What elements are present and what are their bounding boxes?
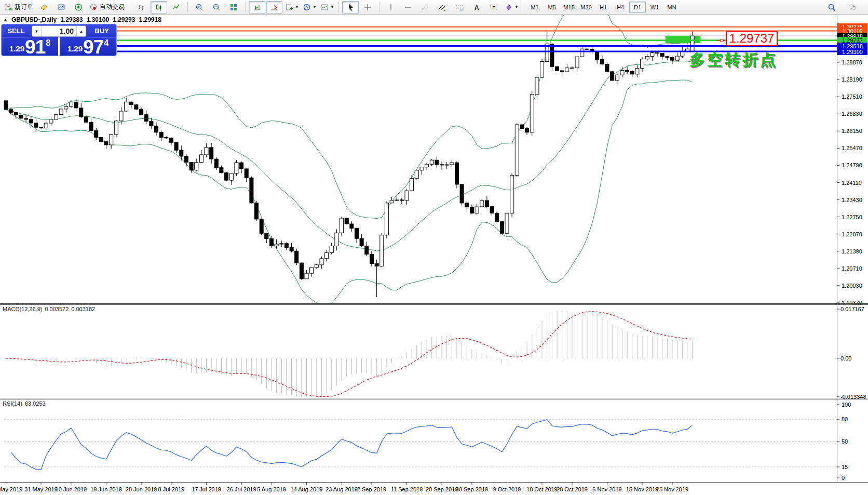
text-label-button[interactable]: T: [485, 1, 502, 14]
tab-timeframe-m5[interactable]: M5: [544, 2, 560, 13]
template-icon: [320, 3, 329, 11]
svg-text:28 Jun 2019: 28 Jun 2019: [126, 486, 157, 492]
price-level-tag: 1.29300: [837, 48, 867, 55]
auto-scroll-button[interactable]: [249, 1, 265, 14]
tab-timeframe-m30[interactable]: M30: [578, 2, 594, 13]
volume-input[interactable]: 1.00: [42, 26, 76, 36]
dropdown-arrow-icon: ▾: [331, 5, 333, 9]
autoscroll-icon: [253, 3, 261, 11]
trendline-button[interactable]: [417, 1, 433, 14]
volume-decrease-button[interactable]: ▾: [32, 26, 42, 36]
svg-text:22 May 2019: 22 May 2019: [0, 486, 22, 492]
svg-text:2 Sep 2019: 2 Sep 2019: [357, 486, 386, 492]
svg-text:0.00: 0.00: [840, 355, 851, 362]
terminal-button[interactable]: [53, 1, 70, 14]
shapes-icon: [505, 3, 513, 11]
svg-text:1.20030: 1.20030: [842, 283, 862, 289]
open-value: 1.29383: [60, 16, 83, 23]
tiles-icon: [229, 3, 238, 11]
svg-text:14 Aug 2019: 14 Aug 2019: [291, 486, 323, 492]
tab-timeframe-w1[interactable]: W1: [646, 2, 663, 13]
volume-increase-button[interactable]: ▴: [76, 26, 86, 36]
hline-icon: [404, 3, 412, 11]
buy-price-display[interactable]: 1.29 97 4: [60, 37, 116, 56]
sell-button[interactable]: SELL: [2, 24, 31, 37]
crosshair-button[interactable]: [359, 1, 376, 14]
search-button[interactable]: [823, 1, 840, 14]
tab-timeframe-m15[interactable]: M15: [561, 2, 577, 13]
channel-button[interactable]: E: [434, 1, 451, 14]
svg-text:5 Aug 2019: 5 Aug 2019: [257, 486, 286, 492]
svg-text:1.20710: 1.20710: [842, 265, 862, 272]
strategy-tester-button[interactable]: [70, 1, 87, 14]
bar-chart-button[interactable]: [133, 1, 150, 14]
svg-text:17 Jul 2019: 17 Jul 2019: [192, 486, 221, 492]
svg-text:50: 50: [842, 438, 848, 445]
svg-text:10 Jun 2019: 10 Jun 2019: [56, 486, 87, 492]
svg-text:1.26150: 1.26150: [842, 128, 862, 134]
volume-stepper[interactable]: ▾ 1.00 ▴: [32, 25, 86, 37]
chart-canvas[interactable]: 1.288701.281901.275101.268301.261501.254…: [0, 0, 868, 495]
fibonacci-button[interactable]: F: [451, 1, 468, 14]
toolbar-separator: [187, 2, 188, 12]
zoom-out-button[interactable]: [208, 1, 225, 14]
svg-text:18 Oct 2019: 18 Oct 2019: [526, 486, 558, 492]
channel-icon: E: [438, 3, 446, 11]
clock-icon: [303, 3, 311, 11]
chat-icon: [848, 3, 857, 11]
candles-icon: [155, 3, 163, 11]
line-chart-button[interactable]: [168, 1, 184, 14]
horizontal-line-button[interactable]: [400, 1, 416, 14]
ticket-icon: [40, 3, 48, 11]
chart-shift-button[interactable]: [266, 1, 282, 14]
chat-button[interactable]: [844, 1, 861, 14]
shapes-button[interactable]: ▾: [503, 1, 520, 14]
date-axis: 22 May 201931 May 201910 Jun 201919 Jun …: [0, 482, 688, 492]
bars-icon: [138, 3, 146, 11]
shift-icon: [270, 3, 278, 11]
macd-indicator-label: MACD(12,26,9) 0.003572 0.003182: [3, 306, 95, 312]
tab-timeframe-mn[interactable]: MN: [663, 2, 680, 13]
svg-text:19 Jun 2019: 19 Jun 2019: [90, 486, 122, 492]
new-chart-button[interactable]: ▾: [283, 1, 300, 14]
svg-text:9 Oct 2019: 9 Oct 2019: [493, 486, 521, 492]
svg-text:11 Sep 2019: 11 Sep 2019: [391, 486, 423, 492]
svg-text:0.017167: 0.017167: [840, 306, 864, 312]
tester-icon: [74, 3, 83, 11]
candlestick-chart-button[interactable]: [151, 1, 167, 14]
low-value: 1.29293: [113, 16, 135, 23]
sell-price-display[interactable]: 1.29 91 8: [2, 37, 58, 56]
tab-timeframe-d1[interactable]: D1: [629, 2, 646, 13]
newchart-icon: [285, 3, 293, 11]
svg-text:100: 100: [842, 402, 851, 408]
svg-text:1.27510: 1.27510: [842, 93, 862, 100]
collapse-triangle-icon[interactable]: ▲: [3, 17, 8, 22]
svg-text:1.28870: 1.28870: [842, 59, 862, 65]
tile-windows-button[interactable]: [225, 1, 242, 14]
autotrading-button[interactable]: 自动交易: [87, 1, 127, 14]
svg-text:20 Sep 2019: 20 Sep 2019: [426, 486, 458, 492]
svg-text:0: 0: [842, 475, 845, 481]
svg-text:1.19370: 1.19370: [842, 300, 862, 306]
buy-button[interactable]: BUY: [87, 24, 116, 37]
cursor-icon: [346, 3, 355, 11]
cursor-button[interactable]: [342, 1, 359, 14]
period-selector-button[interactable]: ▾: [301, 1, 318, 14]
svg-text:25 Nov 2019: 25 Nov 2019: [656, 486, 688, 492]
zoom-in-button[interactable]: [191, 1, 208, 14]
template-button[interactable]: ▾: [318, 1, 335, 14]
dropdown-arrow-icon: ▾: [314, 5, 316, 9]
chart-ohlc-header: ▲ GBPUSD-,Daily 1.29383 1.30100 1.29293 …: [3, 16, 161, 23]
tline-icon: [421, 3, 429, 11]
tab-timeframe-h1[interactable]: H1: [595, 2, 612, 13]
vertical-line-button[interactable]: [383, 1, 399, 14]
svg-text:1.22070: 1.22070: [842, 231, 862, 237]
tab-timeframe-h4[interactable]: H4: [612, 2, 629, 13]
ticket-button[interactable]: [36, 1, 52, 14]
svg-text:1.21390: 1.21390: [842, 248, 862, 255]
candles-layer: [4, 31, 694, 297]
tab-timeframe-m1[interactable]: M1: [526, 2, 543, 13]
toolbar-separator: [523, 2, 523, 12]
text-button[interactable]: A: [468, 1, 485, 14]
new-order-button[interactable]: 新订单: [2, 1, 35, 14]
